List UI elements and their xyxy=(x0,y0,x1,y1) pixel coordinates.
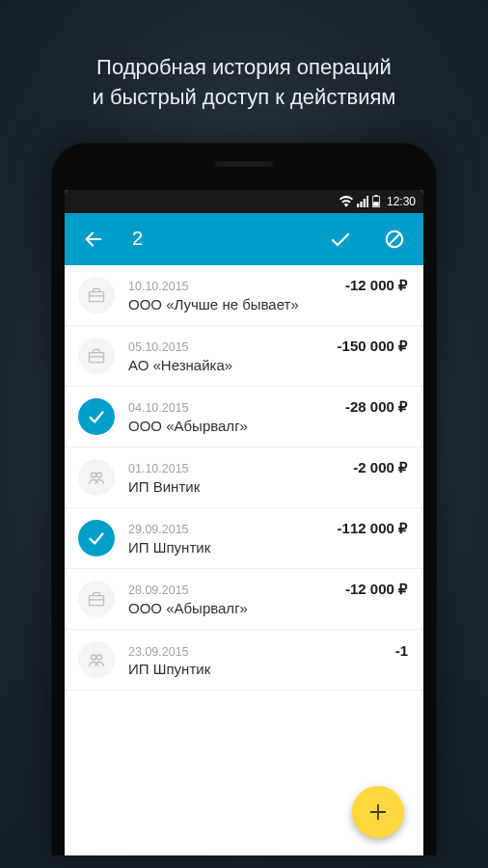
transaction-name: ИП Шпунтик xyxy=(128,539,408,556)
svg-point-11 xyxy=(96,473,101,477)
svg-point-14 xyxy=(92,655,96,660)
transaction-amount: -28 000 ₽ xyxy=(345,398,408,416)
transaction-name: ООО «Лучше не бывает» xyxy=(128,296,408,312)
svg-point-15 xyxy=(96,655,101,660)
transaction-list[interactable]: 10.10.2015-12 000 ₽ООО «Лучше не бывает»… xyxy=(65,265,423,691)
svg-rect-1 xyxy=(374,195,377,197)
transaction-name: ООО «Абырвалг» xyxy=(128,418,408,434)
briefcase-icon[interactable] xyxy=(78,581,115,617)
transaction-amount: -1 xyxy=(395,642,408,659)
transaction-body: 28.09.2015-12 000 ₽ООО «Абырвалг» xyxy=(128,581,408,616)
svg-rect-12 xyxy=(90,595,104,605)
transaction-date: 04.10.2015 xyxy=(128,401,189,415)
transaction-date: 05.10.2015 xyxy=(128,340,189,354)
cancel-button[interactable] xyxy=(379,224,410,255)
transaction-amount: -12 000 ₽ xyxy=(345,277,408,294)
transaction-name: ИП Шпунтик xyxy=(128,661,408,677)
transaction-name: ООО «Абырвалг» xyxy=(128,600,408,616)
svg-rect-6 xyxy=(90,291,104,301)
transaction-date: 01.10.2015 xyxy=(128,462,189,475)
transaction-row[interactable]: 05.10.2015-150 000 ₽АО «Незнайка» xyxy=(65,326,423,387)
transaction-row[interactable]: 04.10.2015-28 000 ₽ООО «Абырвалг» xyxy=(65,387,423,448)
screen: 12:30 2 10.10.2015-12 000 ₽ООО «Лучше не… xyxy=(65,190,423,855)
transaction-date: 10.10.2015 xyxy=(128,280,189,293)
selection-checkmark[interactable] xyxy=(78,520,115,556)
briefcase-icon[interactable] xyxy=(78,277,115,313)
transaction-body: 10.10.2015-12 000 ₽ООО «Лучше не бывает» xyxy=(128,277,408,312)
transaction-date: 23.09.2015 xyxy=(128,645,189,659)
transaction-name: ИП Винтик xyxy=(128,478,408,495)
briefcase-icon[interactable] xyxy=(78,338,115,374)
promo-line-2: и быстрый доступ к действиям xyxy=(93,85,396,109)
promo-line-1: Подробная история операций xyxy=(96,55,392,79)
transaction-amount: -12 000 ₽ xyxy=(345,581,408,598)
cancel-icon xyxy=(384,229,405,250)
back-button[interactable] xyxy=(78,224,109,255)
status-bar: 12:30 xyxy=(65,190,423,213)
promo-headline: Подробная история операций и быстрый дос… xyxy=(0,0,488,142)
transaction-amount: -150 000 ₽ xyxy=(338,338,408,355)
selection-count: 2 xyxy=(132,228,302,250)
status-time: 12:30 xyxy=(387,195,416,208)
svg-point-10 xyxy=(92,473,96,477)
signal-icon xyxy=(357,196,368,207)
transaction-date: 29.09.2015 xyxy=(128,523,189,536)
confirm-button[interactable] xyxy=(325,224,356,255)
transaction-body: 23.09.2015-1ИП Шпунтик xyxy=(128,642,408,677)
transaction-row[interactable]: 01.10.2015-2 000 ₽ИП Винтик xyxy=(65,448,423,508)
transaction-name: АО «Незнайка» xyxy=(128,357,408,373)
transaction-amount: -112 000 ₽ xyxy=(338,520,408,537)
transaction-row[interactable]: 29.09.2015-112 000 ₽ИП Шпунтик xyxy=(65,508,423,569)
people-icon[interactable] xyxy=(78,459,115,496)
arrow-left-icon xyxy=(83,229,104,250)
phone-frame: 12:30 2 10.10.2015-12 000 ₽ООО «Лучше не… xyxy=(51,142,437,855)
transaction-body: 04.10.2015-28 000 ₽ООО «Абырвалг» xyxy=(128,398,408,434)
transaction-row[interactable]: 10.10.2015-12 000 ₽ООО «Лучше не бывает» xyxy=(65,265,423,326)
svg-rect-8 xyxy=(90,352,104,362)
plus-icon xyxy=(367,801,389,823)
transaction-body: 29.09.2015-112 000 ₽ИП Шпунтик xyxy=(128,520,408,556)
people-icon[interactable] xyxy=(78,641,115,678)
transaction-row[interactable]: 28.09.2015-12 000 ₽ООО «Абырвалг» xyxy=(65,569,423,630)
battery-icon xyxy=(372,195,380,207)
wifi-icon xyxy=(339,196,353,207)
transaction-date: 28.09.2015 xyxy=(128,583,189,597)
transaction-body: 01.10.2015-2 000 ₽ИП Винтик xyxy=(128,459,408,495)
check-icon xyxy=(329,228,352,251)
svg-line-5 xyxy=(390,233,400,244)
add-fab[interactable] xyxy=(352,786,404,838)
selection-checkmark[interactable] xyxy=(78,398,115,435)
selection-app-bar: 2 xyxy=(65,213,423,265)
svg-rect-2 xyxy=(373,202,379,205)
transaction-row[interactable]: 23.09.2015-1ИП Шпунтик xyxy=(65,630,423,691)
transaction-amount: -2 000 ₽ xyxy=(353,459,408,476)
transaction-body: 05.10.2015-150 000 ₽АО «Незнайка» xyxy=(128,338,408,373)
